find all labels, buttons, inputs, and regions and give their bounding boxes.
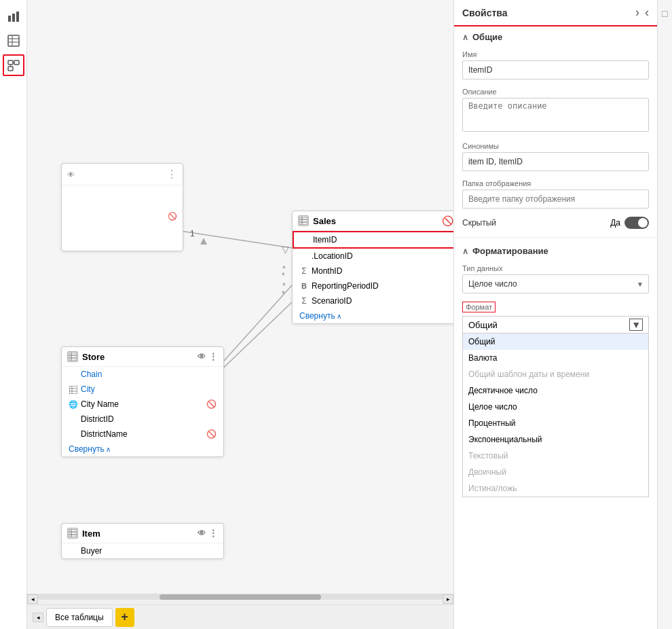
synonyms-input[interactable]	[462, 152, 649, 171]
sales-collapse-link[interactable]: Свернуть ∧	[293, 308, 453, 323]
itemid-hidden-icon[interactable]: 🚫	[453, 235, 453, 245]
general-chevron-icon: ∧	[462, 33, 468, 42]
scenarioid-type-icon: Σ	[299, 296, 309, 306]
right-panel-header: Свойства › ‹	[454, 0, 657, 26]
cityname-hidden-icon[interactable]: 🚫	[206, 399, 217, 409]
synonyms-label: Синонимы	[462, 142, 649, 150]
svg-marker-13	[200, 238, 207, 245]
svg-text:*: *	[282, 264, 286, 274]
item-row-buyer[interactable]: Buyer	[62, 543, 223, 558]
formatting-section-header[interactable]: ∧ Форматирование	[454, 240, 657, 262]
svg-rect-7	[8, 60, 13, 65]
sales-row-scenarioid[interactable]: Σ ScenarioID 🚫	[293, 293, 453, 308]
svg-rect-37	[69, 529, 77, 537]
svg-rect-9	[8, 67, 13, 71]
left-sidebar	[0, 0, 27, 629]
format-select-header[interactable]: Общий ▼	[462, 316, 649, 334]
bar-chart-icon[interactable]	[3, 5, 24, 27]
buyer-label: Buyer	[81, 546, 102, 556]
panel-forward-icon[interactable]: ›	[635, 5, 639, 20]
item-table-header: Item 👁 ⋮	[62, 524, 223, 543]
sales-row-monthid[interactable]: Σ MonthID 🚫	[293, 264, 453, 278]
item-menu-icon[interactable]: ⋮	[208, 528, 218, 539]
dropdown-item-general[interactable]: Общий	[463, 334, 648, 350]
name-label: Имя	[462, 50, 649, 58]
hidden-toggle[interactable]	[624, 217, 649, 229]
svg-rect-3	[8, 35, 19, 46]
store-table-header: Store 👁 ⋮	[62, 347, 223, 367]
dropdown-item-datetime: Общий шаблон даты и времени	[463, 366, 648, 382]
h-scroll-track[interactable]	[38, 594, 443, 600]
name-field-row: Имя	[454, 48, 657, 85]
store-row-chain[interactable]: Chain	[62, 367, 223, 382]
itemid-actions: 🚫	[453, 235, 453, 245]
panel-content: ∧ Общие Имя Описание Синонимы Папка отоб…	[454, 26, 657, 629]
item-eye-icon[interactable]: 👁	[198, 528, 206, 538]
store-row-cityname[interactable]: 🌐 City Name 🚫	[62, 397, 223, 412]
districtid-label: DistrictID	[81, 414, 114, 424]
svg-rect-29	[69, 353, 77, 361]
cityname-type-icon: 🌐	[69, 400, 78, 409]
description-label: Описание	[462, 88, 649, 96]
dropdown-item-boolean: Истина/ложь	[463, 480, 648, 497]
store-table-icon	[67, 351, 78, 362]
dropdown-item-text: Текстовый	[463, 448, 648, 464]
reportingperiodid-type-icon: B	[299, 282, 309, 290]
tab-scroll-left[interactable]: ◂	[33, 613, 43, 622]
store-menu-icon[interactable]: ⋮	[208, 351, 218, 362]
svg-text:*: *	[282, 281, 286, 291]
dropdown-item-exponential[interactable]: Экспоненциальный	[463, 431, 648, 448]
panel-nav: › ‹	[635, 5, 649, 20]
svg-rect-1	[12, 14, 15, 22]
scroll-right-btn[interactable]: ▸	[443, 594, 453, 604]
sales-row-reportingperiodid[interactable]: B ReportingPeriodID 🚫	[293, 278, 453, 293]
districtname-hidden-icon[interactable]: 🚫	[206, 429, 217, 439]
dropdown-item-currency[interactable]: Валюта	[463, 350, 648, 366]
ghost-menu-icon[interactable]: ⋮	[166, 168, 177, 181]
dropdown-item-decimal[interactable]: Десятичное число	[463, 382, 648, 399]
sales-row-locationid[interactable]: .LocationID 🚫	[293, 249, 453, 264]
datatype-select-wrapper: Целое число ▼	[462, 274, 649, 293]
store-row-city[interactable]: City	[62, 382, 223, 397]
folder-input[interactable]	[462, 190, 649, 209]
store-eye-icon[interactable]: 👁	[198, 352, 206, 361]
synonyms-field-row: Синонимы	[454, 139, 657, 177]
ghost-eye-icon[interactable]: 👁	[67, 170, 75, 179]
monthid-type-icon: Σ	[299, 266, 309, 276]
sales-row-itemid[interactable]: ItemID 🚫	[293, 231, 453, 249]
general-section-header[interactable]: ∧ Общие	[454, 26, 657, 48]
store-row-districtname[interactable]: DistrictName 🚫	[62, 427, 223, 442]
panel-back-icon[interactable]: ‹	[645, 5, 649, 20]
format-selected-value: Общий	[468, 320, 498, 330]
svg-rect-25	[299, 217, 307, 225]
sales-eye-icon[interactable]: 🚫	[442, 215, 453, 226]
datatype-select[interactable]: Целое число	[462, 274, 649, 293]
model-icon[interactable]	[3, 54, 24, 76]
hidden-control: Да	[610, 217, 649, 229]
panel-title: Свойства	[462, 7, 508, 18]
tab-all-tables[interactable]: Все таблицы	[46, 608, 113, 627]
svg-text:*: *	[282, 271, 285, 281]
name-input[interactable]	[462, 60, 649, 79]
svg-text:1: 1	[190, 229, 195, 238]
formatting-section-label: Форматирование	[472, 246, 548, 256]
scroll-left-btn[interactable]: ◂	[27, 594, 38, 604]
canvas-area: 1 ▽ * * 1 * * 👁 ⋮	[27, 0, 453, 594]
far-right-icon-1[interactable]: □	[659, 5, 670, 22]
store-table-name: Store	[82, 352, 105, 362]
reportingperiodid-label: ReportingPeriodID	[312, 281, 379, 291]
add-table-button[interactable]: +	[115, 608, 134, 627]
folder-field-row: Папка отображения	[454, 177, 657, 214]
general-section-label: Общие	[472, 32, 502, 42]
store-collapse-link[interactable]: Свернуть ∧	[62, 442, 223, 456]
store-row-districtid[interactable]: DistrictID	[62, 412, 223, 427]
dropdown-item-percent[interactable]: Процентный	[463, 415, 648, 431]
sales-table-header: Sales 🚫 ⋮	[293, 211, 453, 231]
row-left-itemid: ItemID	[301, 235, 337, 245]
sales-table-icon	[298, 215, 309, 226]
format-label-row: Формат	[454, 299, 657, 316]
table-view-icon[interactable]	[3, 30, 24, 52]
dropdown-item-integer[interactable]: Целое число	[463, 399, 648, 415]
h-scrollbar: ◂ ▸	[27, 594, 453, 605]
description-input[interactable]	[462, 98, 649, 132]
